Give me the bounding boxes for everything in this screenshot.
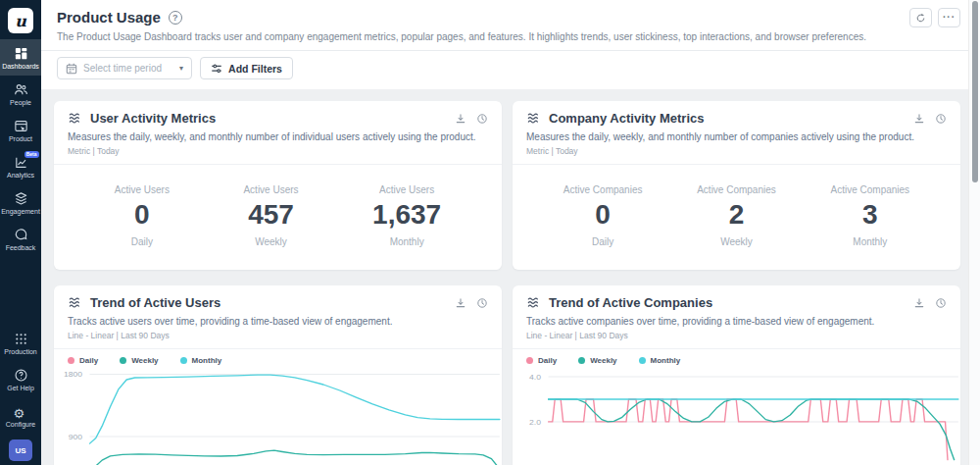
engagement-layers-icon	[14, 191, 28, 206]
sidebar: u Dashboards People Product Beta Anal	[0, 0, 41, 465]
dashboard-grid: User Activity Metrics Measures the daily…	[41, 89, 980, 465]
metric-weekly: Active Companies 2 Weekly	[697, 184, 776, 247]
card-trend-active-companies: Trend of Active Companies Tracks active …	[513, 285, 960, 465]
legend-dot	[68, 357, 74, 364]
chart-legend: Daily Weekly Monthly	[54, 349, 502, 368]
report-waves-icon	[526, 111, 541, 126]
sidebar-item-production[interactable]: Production	[0, 325, 41, 361]
svg-text:4.0: 4.0	[529, 372, 541, 382]
sidebar-item-engagement[interactable]: Engagement	[0, 184, 41, 221]
legend-dot	[180, 357, 187, 364]
card-user-activity-metrics: User Activity Metrics Measures the daily…	[54, 101, 502, 270]
card-description: Tracks active users over time, providing…	[68, 316, 488, 327]
metric-value: 1,637	[372, 200, 441, 231]
metric-monthly: Active Companies 3 Monthly	[831, 184, 910, 247]
legend-item-monthly[interactable]: Monthly	[639, 356, 681, 365]
metric-label: Active Companies	[697, 184, 776, 195]
app-root: u Dashboards People Product Beta Anal	[0, 0, 980, 465]
download-icon[interactable]	[455, 297, 466, 309]
beta-badge: Beta	[24, 151, 39, 158]
sidebar-item-analytics[interactable]: Beta Analytics	[0, 148, 41, 184]
help-icon[interactable]: ?	[169, 11, 182, 25]
metric-period: Monthly	[831, 236, 910, 247]
legend-item-daily[interactable]: Daily	[526, 356, 557, 365]
refresh-icon	[915, 13, 926, 24]
card-title: Company Activity Metrics	[549, 111, 704, 126]
dashboards-icon	[14, 46, 28, 61]
metric-value: 0	[564, 200, 643, 231]
download-icon[interactable]	[913, 113, 925, 125]
legend-dot	[120, 357, 126, 364]
chevron-down-icon: ▾	[179, 64, 183, 73]
calendar-icon	[66, 63, 77, 75]
page-description: The Product Usage Dashboard tracks user …	[57, 31, 951, 42]
sidebar-item-people[interactable]: People	[0, 76, 41, 112]
history-clock-icon[interactable]	[935, 297, 947, 309]
add-filters-button[interactable]: Add Filters	[200, 57, 293, 79]
card-meta: Line - Linear | Last 90 Days	[68, 331, 488, 348]
legend-item-monthly[interactable]: Monthly	[180, 356, 222, 365]
sidebar-item-get-help[interactable]: Get Help	[0, 361, 41, 397]
metric-value: 457	[243, 200, 298, 231]
sidebar-item-configure[interactable]: ⚙ Configure	[0, 397, 41, 434]
vertical-scrollbar[interactable]	[968, 0, 980, 465]
legend-label: Monthly	[651, 356, 681, 365]
card-company-activity-metrics: Company Activity Metrics Measures the da…	[513, 101, 960, 270]
time-period-placeholder: Select time period	[83, 63, 162, 74]
legend-item-daily[interactable]: Daily	[68, 356, 98, 365]
sidebar-item-label: People	[10, 99, 31, 106]
download-icon[interactable]	[455, 113, 466, 125]
more-options-button[interactable]: ···	[938, 8, 960, 27]
time-period-select[interactable]: Select time period ▾	[57, 57, 192, 79]
user-avatar[interactable]: US	[9, 439, 32, 461]
legend-dot	[526, 357, 533, 364]
sidebar-bottom: Production Get Help ⚙ Configure US	[0, 325, 41, 465]
card-meta: Metric | Today	[68, 146, 488, 164]
svg-text:2.0: 2.0	[529, 417, 541, 427]
card-trend-active-users: Trend of Active Users Tracks active user…	[54, 285, 502, 465]
metric-period: Daily	[115, 236, 170, 247]
legend-dot	[578, 357, 585, 364]
sidebar-item-feedback[interactable]: Feedback	[0, 221, 41, 257]
metric-value: 2	[697, 200, 776, 231]
scrollbar-thumb[interactable]	[972, 1, 978, 182]
feedback-bubble-icon	[14, 228, 28, 242]
userpilot-logo[interactable]: u	[8, 8, 33, 33]
legend-label: Weekly	[131, 356, 158, 365]
metric-label: Active Companies	[831, 184, 910, 195]
download-icon[interactable]	[913, 297, 925, 309]
history-clock-icon[interactable]	[476, 113, 488, 125]
sidebar-item-label: Product	[9, 135, 32, 142]
metric-label: Active Companies	[564, 184, 643, 195]
metric-period: Monthly	[372, 236, 441, 247]
svg-text:900: 900	[69, 432, 83, 441]
svg-text:1800: 1800	[64, 369, 83, 379]
sidebar-item-label: Get Help	[7, 385, 34, 391]
metrics-row: Active Users 0 Daily Active Users 457 We…	[54, 165, 502, 257]
legend-item-weekly[interactable]: Weekly	[578, 356, 616, 365]
help-circle-icon	[14, 368, 28, 383]
refresh-button[interactable]	[909, 8, 932, 27]
line-chart-active-companies[interactable]: 4.02.0	[513, 368, 960, 465]
card-title: User Activity Metrics	[90, 111, 216, 126]
filter-toolbar: Select time period ▾ Add Filters	[41, 51, 980, 89]
filter-sliders-icon	[211, 63, 222, 75]
product-icon	[14, 119, 28, 133]
people-icon	[14, 82, 28, 97]
metrics-row: Active Companies 0 Daily Active Companie…	[513, 165, 960, 257]
sidebar-item-label: Production	[4, 348, 36, 355]
line-chart-active-users[interactable]: 1800900	[54, 368, 502, 465]
history-clock-icon[interactable]	[476, 297, 488, 309]
sidebar-item-product[interactable]: Product	[0, 112, 41, 148]
metric-period: Weekly	[697, 236, 776, 247]
sidebar-item-dashboards[interactable]: Dashboards	[0, 39, 41, 76]
add-filters-label: Add Filters	[228, 63, 282, 75]
sidebar-item-label: Dashboards	[2, 63, 39, 70]
report-waves-icon	[68, 295, 82, 310]
card-title: Trend of Active Users	[90, 295, 220, 310]
history-clock-icon[interactable]	[935, 113, 947, 125]
card-title: Trend of Active Companies	[549, 295, 712, 310]
metric-weekly: Active Users 457 Weekly	[243, 184, 298, 247]
metric-label: Active Users	[115, 184, 170, 195]
legend-item-weekly[interactable]: Weekly	[120, 356, 158, 365]
